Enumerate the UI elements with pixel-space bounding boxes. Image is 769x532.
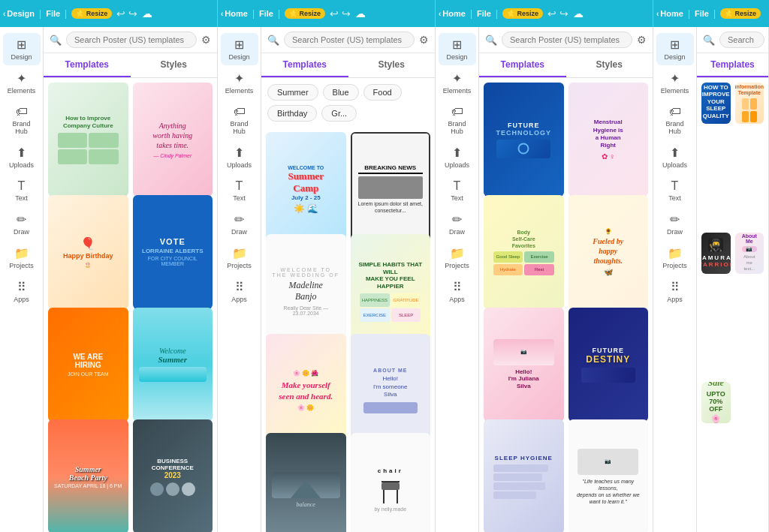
- sidebar-item-apps-4[interactable]: ⠿ Apps: [656, 275, 694, 308]
- tab-templates-4[interactable]: Templates: [697, 53, 768, 77]
- cloud-btn-2[interactable]: ☁: [355, 8, 366, 20]
- sidebar-item-text-4[interactable]: T Text: [656, 175, 694, 206]
- template-card[interactable]: balance: [266, 433, 346, 532]
- template-card[interactable]: Anythingworth havingtakes time. — Cindy …: [133, 83, 213, 197]
- sidebar-item-brandhub-3[interactable]: 🏷 Brand Hub: [439, 101, 476, 140]
- sidebar-item-apps-1[interactable]: ⠿ Apps: [3, 275, 41, 308]
- template-card[interactable]: MenstrualHygiene isa HumanRight ✿ ♀: [568, 83, 649, 197]
- template-card[interactable]: BREAKING NEWS Lorem ipsum dolor sit amet…: [351, 132, 431, 246]
- sidebar-item-brandhub-1[interactable]: 🏷 Brand Hub: [3, 101, 41, 140]
- template-card[interactable]: BUSINESS CONFERENCE 2023: [133, 419, 213, 532]
- file-btn-2[interactable]: File: [259, 9, 273, 18]
- resize-badge-3[interactable]: ⭐ Resize: [502, 8, 543, 19]
- template-card[interactable]: chair by nelly.made: [351, 433, 431, 532]
- template-card[interactable]: How to ImproveCompany Culture: [48, 83, 128, 197]
- sidebar-item-draw-2[interactable]: ✏ Draw: [221, 208, 258, 240]
- sidebar-item-text-3[interactable]: T Text: [439, 175, 476, 206]
- resize-badge-4[interactable]: ⭐ Resize: [720, 8, 761, 19]
- sidebar-item-brandhub-4[interactable]: 🏷 Brand Hub: [656, 101, 694, 140]
- template-card[interactable]: InformationTemplate: [735, 83, 764, 124]
- template-card[interactable]: 🎈 Happy Birthday 🎂: [48, 195, 128, 309]
- template-card[interactable]: 🌸 🌼 🌺 Make yourselfseen and heard. 🌸 🌼: [266, 334, 346, 448]
- sidebar-item-uploads-3[interactable]: ⬆ Uploads: [439, 141, 476, 173]
- sidebar-item-design-3[interactable]: ⊞ Design: [439, 33, 476, 65]
- sidebar-item-text-2[interactable]: T Text: [221, 175, 258, 206]
- cloud-btn-3[interactable]: ☁: [573, 8, 584, 20]
- home-btn-3[interactable]: ‹ Home: [439, 9, 466, 18]
- tab-styles-3[interactable]: Styles: [566, 53, 653, 77]
- template-card[interactable]: SummerBeach Party SATURDAY APRIL 18 | 6 …: [48, 419, 128, 532]
- template-card[interactable]: About Me 📷 About me text...: [735, 233, 764, 274]
- file-btn-3[interactable]: File: [477, 9, 491, 18]
- template-card[interactable]: Welcome Summer: [133, 308, 213, 422]
- template-card[interactable]: WELCOME TO THE WEDDING OF MadelineBanjo …: [266, 234, 346, 348]
- sidebar-item-uploads-1[interactable]: ⬆ Uploads: [3, 141, 41, 173]
- tab-styles-1[interactable]: Styles: [131, 53, 218, 77]
- template-card[interactable]: 🌻 Fueled byhappythoughts. 🦋: [568, 195, 649, 309]
- template-card[interactable]: VOTE LORRAINE ALBERTS FOR CITY COUNCIL M…: [133, 195, 213, 309]
- template-card[interactable]: 📷 "Life teaches us many lessons,depends …: [568, 419, 649, 532]
- chip-food[interactable]: Food: [363, 84, 402, 101]
- undo-btn-2[interactable]: ↩: [330, 8, 339, 20]
- template-card[interactable]: SIMPLE HABITS THAT WILLMAKE YOU FEEL HAP…: [351, 234, 431, 348]
- search-input-3[interactable]: [502, 32, 632, 48]
- template-card[interactable]: 🥷 SAMURAI WARRIOR: [701, 233, 731, 274]
- undo-btn-3[interactable]: ↩: [547, 8, 556, 20]
- redo-btn-1[interactable]: ↪: [128, 8, 137, 20]
- resize-badge-1[interactable]: ⭐ Resize: [71, 8, 112, 19]
- sidebar-item-elements-3[interactable]: ✦ Elements: [439, 67, 476, 99]
- search-input-1[interactable]: [66, 32, 197, 48]
- template-card[interactable]: WE ARE HIRING JOIN OUR TEAM: [48, 308, 128, 422]
- sidebar-item-elements-2[interactable]: ✦ Elements: [221, 67, 258, 99]
- sidebar-item-projects-3[interactable]: 📁 Projects: [439, 242, 476, 274]
- template-card[interactable]: FUTURE TECHNOLOGY: [484, 83, 564, 197]
- sidebar-item-text-1[interactable]: T Text: [3, 175, 41, 206]
- tab-styles-2[interactable]: Styles: [348, 53, 436, 77]
- sidebar-item-draw-1[interactable]: ✏ Draw: [3, 208, 41, 240]
- template-card[interactable]: 📷 Hello!I'm JulianaSilva: [484, 308, 564, 422]
- sidebar-item-projects-2[interactable]: 📁 Projects: [221, 242, 258, 274]
- redo-btn-3[interactable]: ↪: [559, 8, 568, 20]
- tab-templates-3[interactable]: Templates: [479, 53, 566, 77]
- chip-summer[interactable]: Summer: [267, 84, 318, 101]
- tab-templates-1[interactable]: Templates: [44, 53, 131, 77]
- sidebar-item-apps-3[interactable]: ⠿ Apps: [439, 275, 476, 308]
- template-card[interactable]: SpringSale UPTO 70% OFF 🌸🌷🌼: [701, 382, 731, 423]
- sidebar-item-uploads-4[interactable]: ⬆ Uploads: [656, 141, 694, 173]
- sidebar-item-projects-4[interactable]: 📁 Projects: [656, 242, 694, 274]
- sidebar-item-design-1[interactable]: ⊞ Design: [3, 33, 41, 65]
- template-card[interactable]: FUTURE DESTINY: [568, 308, 649, 422]
- template-card[interactable]: ABOUT ME Hello!I'm someoneSilva: [351, 334, 431, 448]
- sidebar-item-draw-3[interactable]: ✏ Draw: [439, 208, 476, 240]
- chip-more[interactable]: Gr...: [321, 105, 357, 122]
- template-card[interactable]: HOW TOIMPROVEYOURSLEEP QUALITY: [701, 83, 731, 124]
- filter-icon-1[interactable]: ⚙: [201, 34, 211, 46]
- undo-btn-1[interactable]: ↩: [116, 8, 125, 20]
- home-btn-2[interactable]: ‹ Home: [221, 9, 248, 18]
- chip-birthday[interactable]: Birthday: [267, 105, 317, 122]
- template-card[interactable]: SLEEP HYGIENE: [484, 419, 564, 532]
- sidebar-item-design-2[interactable]: ⊞ Design: [221, 33, 258, 65]
- redo-btn-2[interactable]: ↪: [342, 8, 351, 20]
- sidebar-item-brandhub-2[interactable]: 🏷 Brand Hub: [221, 101, 258, 140]
- sidebar-item-projects-1[interactable]: 📁 Projects: [3, 242, 41, 274]
- template-card[interactable]: BodySelf-CareFavorites Good Sleep Exerci…: [484, 195, 564, 309]
- sidebar-item-draw-4[interactable]: ✏ Draw: [656, 208, 694, 240]
- file-btn-1[interactable]: File: [46, 9, 60, 18]
- sidebar-item-uploads-2[interactable]: ⬆ Uploads: [221, 141, 258, 173]
- search-input-4[interactable]: [719, 32, 764, 48]
- filter-icon-2[interactable]: ⚙: [419, 34, 429, 46]
- filter-icon-3[interactable]: ⚙: [637, 34, 647, 46]
- sidebar-item-elements-4[interactable]: ✦ Elements: [656, 67, 694, 99]
- home-btn-1[interactable]: ‹ Design: [3, 9, 35, 18]
- home-btn-4[interactable]: ‹ Home: [656, 9, 683, 18]
- sidebar-item-apps-2[interactable]: ⠿ Apps: [221, 275, 258, 308]
- template-card[interactable]: WELCOME TO SummerCamp July 2 - 25 ☀️🌊: [266, 132, 346, 246]
- search-input-2[interactable]: [284, 32, 415, 48]
- cloud-btn-1[interactable]: ☁: [142, 8, 152, 20]
- sidebar-item-design-4[interactable]: ⊞ Design: [656, 33, 694, 65]
- chip-blue[interactable]: Blue: [323, 84, 359, 101]
- tab-templates-2[interactable]: Templates: [261, 53, 348, 77]
- resize-badge-2[interactable]: ⭐ Resize: [285, 8, 325, 19]
- sidebar-item-elements-1[interactable]: ✦ Elements: [3, 67, 41, 99]
